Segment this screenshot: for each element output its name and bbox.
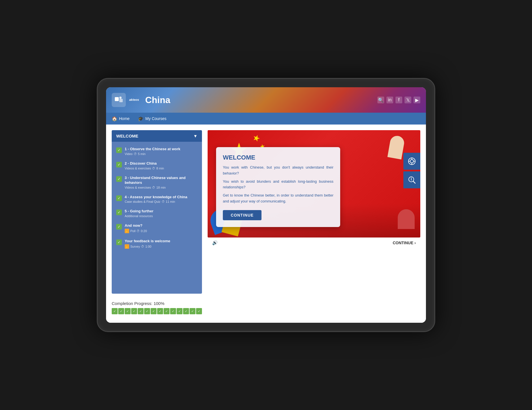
youtube-icon[interactable]: ▶ xyxy=(414,97,420,103)
clock-icon-4: ⏱ xyxy=(162,200,165,203)
content-area: ★ ★ ★ WELCOME xyxy=(208,130,420,317)
course-title: China xyxy=(145,95,170,105)
nav-my-courses[interactable]: 🎓 My Courses xyxy=(138,116,166,121)
progress-chunk-7: ✓ xyxy=(157,308,163,314)
video-area: ★ ★ ★ WELCOME xyxy=(208,130,420,237)
screen: akteos China 🔍 in f 𝕏 ▶ 🏠 Home 🎓 My Cour… xyxy=(106,87,426,323)
logo-icon xyxy=(114,95,124,105)
item-meta-3: Videos & exercises ⏱ 18 min xyxy=(125,186,197,189)
popup-continue-button[interactable]: CONTINUE xyxy=(223,210,261,220)
sidebar-item-1[interactable]: ✓ 1 - Observe the Chinese at work Video … xyxy=(112,144,202,158)
svg-point-12 xyxy=(411,178,412,178)
svg-point-4 xyxy=(410,160,414,163)
courses-icon: 🎓 xyxy=(138,116,144,121)
svg-point-2 xyxy=(119,97,122,99)
item-title-4: 4 - Assess your knowledge of China xyxy=(125,195,197,200)
item-meta-1: Video ⏱ 5 min xyxy=(125,152,197,156)
progress-bar: ✓✓✓✓✓✓✓✓✓✓✓✓✓✓ xyxy=(112,308,202,314)
sidebar-items: ✓ 1 - Observe the Chinese at work Video … xyxy=(112,142,202,294)
info-search-icon xyxy=(407,175,416,184)
clock-icon-1: ⏱ xyxy=(134,152,137,156)
check-icon-2: ✓ xyxy=(116,162,122,167)
progress-section: Completion Progress: 100% ✓✓✓✓✓✓✓✓✓✓✓✓✓✓ xyxy=(112,298,202,317)
target-action-button[interactable] xyxy=(403,153,420,170)
sidebar-item-4[interactable]: ✓ 4 - Assess your knowledge of China Cas… xyxy=(112,192,202,206)
svg-rect-1 xyxy=(119,99,123,102)
hand-icon-6: ✋ xyxy=(125,229,129,233)
progress-chunk-6: ✓ xyxy=(151,308,157,314)
facebook-icon[interactable]: f xyxy=(395,97,402,103)
progress-label: Completion Progress: 100% xyxy=(112,301,202,306)
item-meta-5: Additional resources xyxy=(125,214,197,218)
welcome-popup: WELCOME You work with Chinese, but you d… xyxy=(216,147,340,227)
clock-icon-6: ⏱ xyxy=(137,229,140,233)
item-title-5: 5 - Going further xyxy=(125,209,197,214)
continue-label: CONTINUE xyxy=(393,241,413,245)
svg-rect-0 xyxy=(115,97,119,101)
sidebar: WELCOME ▼ ✓ 1 - Observe the Chinese at w… xyxy=(112,130,202,317)
item-content-7: Your feedback is welcome ✋ Survey ⏱ 1:00 xyxy=(125,239,197,249)
progress-chunk-2: ✓ xyxy=(125,308,131,314)
volume-icon[interactable]: 🔊 xyxy=(212,240,218,245)
item-title-7: Your feedback is welcome xyxy=(125,239,197,244)
item-content-4: 4 - Assess your knowledge of China Case … xyxy=(125,195,197,204)
main-content: WELCOME ▼ ✓ 1 - Observe the Chinese at w… xyxy=(106,125,426,323)
logo-box xyxy=(112,93,126,107)
hand-right-top xyxy=(387,135,405,159)
navbar: 🏠 Home 🎓 My Courses xyxy=(106,113,426,125)
check-icon-5: ✓ xyxy=(116,210,122,215)
search-icon[interactable]: 🔍 xyxy=(377,97,384,103)
nav-courses-label: My Courses xyxy=(145,116,166,121)
sidebar-item-7[interactable]: ✓ Your feedback is welcome ✋ Survey ⏱ 1:… xyxy=(112,236,202,252)
sidebar-item-3[interactable]: ✓ 3 - Understand Chinese values and beha… xyxy=(112,173,202,192)
popup-text-1: You work with Chinese, but you don't alw… xyxy=(223,165,333,176)
item-meta-7: ✋ Survey ⏱ 1:00 xyxy=(125,244,197,249)
sidebar-chevron-icon: ▼ xyxy=(193,134,197,138)
clock-icon-2: ⏱ xyxy=(152,167,155,170)
sidebar-item-6[interactable]: ✓ And now? ✋ Poll ⏱ 0:20 xyxy=(112,221,202,236)
progress-chunk-4: ✓ xyxy=(138,308,144,314)
device-frame: akteos China 🔍 in f 𝕏 ▶ 🏠 Home 🎓 My Cour… xyxy=(97,78,435,332)
check-icon-3: ✓ xyxy=(116,176,122,182)
info-action-button[interactable] xyxy=(403,171,420,188)
progress-chunk-1: ✓ xyxy=(118,308,124,314)
progress-chunk-0: ✓ xyxy=(112,308,118,314)
progress-chunk-3: ✓ xyxy=(131,308,137,314)
linkedin-icon[interactable]: in xyxy=(386,97,393,103)
sidebar-item-2[interactable]: ✓ 2 - Discover China Videos & exercises … xyxy=(112,158,202,173)
popup-text-3: Get to know the Chinese better, in order… xyxy=(223,193,333,204)
hand-red xyxy=(398,209,415,229)
progress-chunk-11: ✓ xyxy=(183,308,189,314)
item-title-2: 2 - Discover China xyxy=(125,161,197,166)
item-meta-6: ✋ Poll ⏱ 0:20 xyxy=(125,229,197,233)
continue-chevron-icon: › xyxy=(414,241,416,245)
check-icon-6: ✓ xyxy=(116,224,122,230)
item-content-2: 2 - Discover China Videos & exercises ⏱ … xyxy=(125,161,197,170)
item-meta-2: Videos & exercises ⏱ 8 min xyxy=(125,167,197,170)
nav-home[interactable]: 🏠 Home xyxy=(112,116,129,121)
check-icon-7: ✓ xyxy=(116,239,122,245)
item-title-1: 1 - Observe the Chinese at work xyxy=(125,147,197,152)
twitter-icon[interactable]: 𝕏 xyxy=(405,97,411,103)
progress-chunk-10: ✓ xyxy=(177,308,183,314)
header-icons: 🔍 in f 𝕏 ▶ xyxy=(377,97,420,103)
logo-area: akteos China xyxy=(112,93,170,107)
progress-chunk-13: ✓ xyxy=(196,308,202,314)
star-small-1: ★ xyxy=(251,132,262,144)
header: akteos China 🔍 in f 𝕏 ▶ xyxy=(106,87,426,113)
progress-chunk-5: ✓ xyxy=(144,308,150,314)
logo-text: akteos xyxy=(129,98,139,102)
check-icon-4: ✓ xyxy=(116,195,122,201)
item-content-3: 3 - Understand Chinese values and behavi… xyxy=(125,176,197,189)
progress-chunk-8: ✓ xyxy=(164,308,170,314)
target-icon xyxy=(407,157,416,166)
sidebar-item-5[interactable]: ✓ 5 - Going further Additional resources xyxy=(112,206,202,221)
popup-text-2: You wish to avoid blunders and establish… xyxy=(223,179,333,191)
nav-home-label: Home xyxy=(119,116,129,121)
video-controls: 🔊 CONTINUE › xyxy=(208,237,420,248)
continue-button[interactable]: CONTINUE › xyxy=(393,241,416,245)
progress-chunk-9: ✓ xyxy=(170,308,176,314)
clock-icon-3: ⏱ xyxy=(152,186,155,189)
item-title-6: And now? xyxy=(125,223,197,228)
progress-chunk-12: ✓ xyxy=(190,308,195,314)
